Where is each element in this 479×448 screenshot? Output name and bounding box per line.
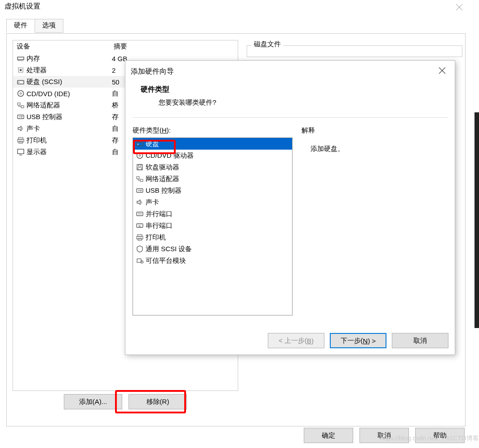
col-device: 设备 [17, 42, 114, 51]
sound-icon [16, 124, 26, 133]
col-summary: 摘要 [114, 42, 238, 51]
hardware-type-label: 软盘驱动器 [146, 163, 179, 172]
device-label: 声卡 [27, 124, 112, 133]
network-icon [135, 174, 145, 184]
close-icon[interactable] [437, 65, 448, 77]
hardware-type-label: 通用 SCSI 设备 [146, 245, 192, 253]
hardware-type-label: USB 控制器 [146, 186, 182, 195]
hardware-type-label: 硬盘 [146, 140, 159, 148]
hardware-type-item[interactable]: USB 控制器 [133, 185, 292, 196]
hardware-type-label: 可信平台模块 [146, 257, 186, 265]
window-title: 虚拟机设置 [4, 2, 40, 11]
hardware-type-label: 声卡 [146, 198, 159, 207]
device-label: USB 控制器 [27, 113, 112, 121]
hardware-type-label: 打印机 [146, 233, 166, 242]
watermark: https://blog.csdn.net/… 51CTO博客 [380, 435, 479, 443]
usb-icon [16, 112, 26, 122]
hardware-type-item[interactable]: 可信平台模块 [133, 255, 292, 266]
hardware-type-label: 硬件类型(H): [133, 126, 293, 135]
network-icon [16, 100, 26, 110]
disk-file-fieldset: 磁盘文件 [247, 40, 462, 58]
device-label: 网络适配器 [27, 101, 112, 110]
printer-icon [16, 135, 26, 145]
next-button[interactable]: 下一步(N) > [330, 333, 386, 348]
scsi-icon [135, 244, 145, 254]
tabs: 硬件 选项 [6, 19, 63, 33]
disk-icon [16, 77, 26, 87]
device-label: 处理器 [27, 66, 112, 75]
add-button[interactable]: 添加(A)... [64, 394, 122, 409]
disk-file-label: 磁盘文件 [251, 40, 284, 49]
hardware-type-item[interactable]: 声卡 [133, 196, 292, 208]
cd-icon [16, 89, 26, 98]
hardware-type-label: 并行端口 [146, 210, 173, 218]
hardware-type-item[interactable]: 硬盘 [133, 138, 292, 150]
wizard-heading: 硬件类型 [141, 85, 169, 94]
hardware-type-item[interactable]: 打印机 [133, 231, 292, 243]
device-label: 内存 [27, 54, 112, 63]
device-label: CD/DVD (IDE) [27, 90, 112, 98]
display-icon [16, 147, 26, 157]
usb-icon [135, 186, 145, 195]
device-label: 显示器 [27, 148, 112, 156]
wizard-subheading: 您要安装哪类硬件? [159, 98, 216, 107]
tpm-icon [135, 256, 145, 266]
tab-options[interactable]: 选项 [35, 19, 63, 33]
device-list-header: 设备 摘要 [13, 40, 238, 53]
close-icon[interactable] [455, 3, 464, 12]
memory-icon [16, 53, 26, 63]
hardware-type-item[interactable]: 软盘驱动器 [133, 161, 292, 173]
floppy-icon [135, 162, 145, 172]
back-button: < 上一步(B) [268, 333, 324, 348]
disk-icon [135, 139, 145, 149]
serial-icon [135, 221, 145, 231]
hardware-type-item[interactable]: 串行端口 [133, 220, 292, 231]
hardware-type-label: 串行端口 [146, 222, 173, 230]
device-label: 打印机 [27, 136, 112, 145]
add-hardware-wizard: 添加硬件向导 硬件类型 您要安装哪类硬件? 硬件类型(H): 硬盘 CD/DVD… [125, 60, 455, 355]
parallel-icon [135, 209, 145, 219]
hardware-type-item[interactable]: CD/DVD 驱动器 [133, 150, 292, 161]
hardware-type-item[interactable]: 通用 SCSI 设备 [133, 243, 292, 255]
hardware-type-item[interactable]: 网络适配器 [133, 173, 292, 185]
decorative-shadow [475, 112, 479, 328]
hardware-type-list[interactable]: 硬盘 CD/DVD 驱动器 软盘驱动器 网络适配器 USB 控制器 声卡 并行端… [133, 138, 293, 315]
tab-hardware[interactable]: 硬件 [6, 19, 35, 33]
printer-icon [135, 232, 145, 242]
cpu-icon [16, 65, 26, 75]
wizard-title: 添加硬件向导 [131, 67, 174, 76]
sound-icon [135, 197, 145, 207]
wizard-cancel-button[interactable]: 取消 [392, 333, 448, 348]
remove-button[interactable]: 移除(R) [129, 394, 187, 409]
explanation-label: 解释 [302, 126, 448, 135]
device-label: 硬盘 (SCSI) [27, 78, 112, 86]
cd-icon [135, 151, 145, 160]
ok-button[interactable]: 确定 [304, 428, 353, 443]
divider [133, 117, 448, 118]
hardware-type-item[interactable]: 并行端口 [133, 208, 292, 220]
hardware-type-label: CD/DVD 驱动器 [146, 151, 194, 160]
explanation-text: 添加硬盘。 [310, 145, 448, 153]
hardware-type-label: 网络适配器 [146, 175, 179, 183]
